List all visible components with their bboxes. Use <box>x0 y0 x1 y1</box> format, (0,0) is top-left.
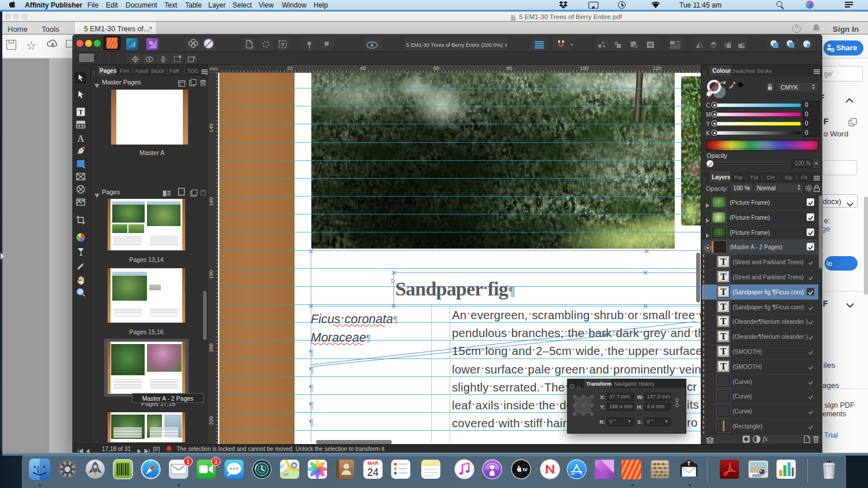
svg-text:MAR: MAR <box>367 461 378 466</box>
svg-text:T: T <box>78 108 83 116</box>
svg-text:24: 24 <box>367 467 379 478</box>
svg-text:A: A <box>78 134 84 143</box>
svg-text:tv: tv <box>523 467 528 472</box>
svg-text:3D: 3D <box>284 472 288 476</box>
